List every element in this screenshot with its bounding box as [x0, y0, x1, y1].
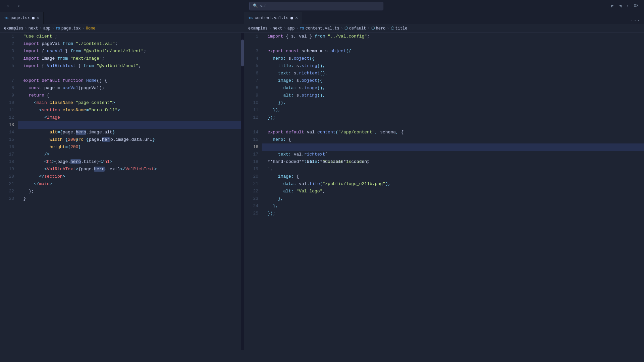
code-line: **hard-coded** but **editable** content — [262, 158, 644, 166]
right-code-content[interactable]: import { s, val } from "../val.config"; … — [261, 33, 644, 350]
left-code-content[interactable]: "use client"; import pageVal from "./con… — [17, 33, 241, 350]
breadcrumb-ts-label: TS — [56, 26, 60, 31]
code-line: </section> — [18, 173, 241, 180]
breadcrumb-ts-label-r: TS — [300, 26, 304, 31]
left-gutter: 1 2 3 4 5 7 8 9 10 11 12 13 14 15 16 17 … — [0, 33, 17, 350]
code-line: const page = useVal(pageVal); — [18, 84, 241, 92]
sep-r3: › — [296, 26, 298, 31]
search-icon: 🔍 — [253, 3, 258, 8]
sep1: › — [25, 26, 27, 31]
sep-r1: › — [269, 26, 271, 31]
code-line: data: val.file("/public/logo_e211b.png")… — [262, 180, 644, 188]
sep4: › — [82, 26, 84, 31]
code-line: import Image from "next/image"; — [18, 55, 241, 62]
left-pane: TS page.tsx × examples › next › app › TS… — [0, 12, 244, 350]
breadcrumb-pagetsx[interactable]: page.tsx — [61, 26, 81, 31]
code-line: }); — [262, 210, 644, 217]
code-line: export default val.content("/app/content… — [262, 129, 644, 136]
breadcrumb-app-r[interactable]: app — [287, 26, 295, 31]
code-line: <main className="page content"> — [18, 99, 241, 107]
breadcrumb-examples[interactable]: examples — [4, 26, 23, 31]
layout-btn-4[interactable]: 08 — [633, 3, 640, 9]
code-line: hero: s.object({ — [262, 55, 644, 62]
code-line: import pageVal from "./content.val"; — [18, 40, 241, 48]
right-pane: TS content.val.ts × ··· examples › next … — [244, 12, 644, 350]
breadcrumb-hero[interactable]: hero — [376, 26, 386, 31]
search-bar[interactable]: 🔍 val — [249, 2, 383, 10]
right-tab-ellipsis[interactable]: ··· — [630, 18, 640, 24]
breadcrumb-next[interactable]: next — [29, 26, 38, 31]
code-line: `, — [262, 166, 644, 173]
breadcrumb-default-icon: ⬡ — [344, 26, 348, 31]
code-line: alt={page.hero.image.alt} — [18, 129, 241, 136]
code-line: <h1>{page.hero.title}</h1> — [18, 158, 241, 166]
left-tab-close[interactable]: × — [37, 15, 39, 21]
search-input[interactable]: val — [260, 4, 267, 8]
left-scrollbar-thumb[interactable] — [241, 40, 244, 66]
breadcrumb-contentvalt[interactable]: content.val.ts — [306, 26, 339, 31]
breadcrumb-title-icon: ⬡ — [391, 26, 394, 31]
code-line: } — [18, 195, 241, 202]
breadcrumb-next-r[interactable]: next — [273, 26, 282, 31]
layout-btn-3[interactable]: ◦ — [625, 3, 630, 9]
code-line: text: val.richtext` — [262, 151, 644, 158]
code-line: alt: s.string(), — [262, 92, 644, 99]
title-bar-right: ◤ ◥ ◦ 08 — [610, 2, 640, 9]
code-line: text: s.richtext(), — [262, 70, 644, 77]
code-line: height={200} — [18, 143, 241, 151]
code-line: image: { — [262, 173, 644, 180]
breadcrumb-examples-r[interactable]: examples — [248, 26, 268, 31]
code-line: import { useVal } from "@valbuild/next/c… — [18, 48, 241, 55]
code-line — [262, 121, 644, 129]
code-line: <section className="hero full"> — [18, 107, 241, 114]
sep-r5: › — [367, 26, 370, 31]
code-line — [262, 40, 644, 48]
code-line: return ( — [18, 92, 241, 99]
code-line-highlighted: 💡 src={page.hero.image.data.url} — [18, 121, 241, 129]
title-bar-left: ‹ › — [4, 2, 23, 10]
code-line: <Image — [18, 114, 241, 121]
layout-btn-2[interactable]: ◥ — [618, 2, 623, 9]
code-line: /> — [18, 151, 241, 158]
layout-btn-1[interactable]: ◤ — [610, 2, 615, 9]
code-line: export const schema = s.object({ — [262, 48, 644, 55]
right-tab-close[interactable]: × — [295, 15, 298, 21]
forward-button[interactable]: › — [15, 2, 23, 10]
right-breadcrumb: examples › next › app › TS content.val.t… — [244, 24, 644, 33]
right-gutter: 1 3 4 5 6 7 8 9 10 11 12 14 15 16 17 18 … — [244, 33, 261, 350]
breadcrumb-hero-icon: ⬡ — [371, 26, 375, 31]
code-line: width={200} — [18, 136, 241, 143]
code-line: export default function Home() { — [18, 77, 241, 84]
left-tab-lang: TS — [4, 16, 8, 20]
right-tab-bar: TS content.val.ts × ··· — [244, 12, 644, 24]
code-line: <ValRichText>{page.hero.text}</ValRichTe… — [18, 166, 241, 173]
right-tab-lang: TS — [248, 16, 253, 20]
right-tab-content-val-ts[interactable]: TS content.val.ts × — [244, 12, 302, 24]
code-line: }), — [262, 99, 644, 107]
left-scrollbar[interactable] — [241, 33, 244, 350]
sep2: › — [40, 26, 42, 31]
code-line: }); — [262, 114, 644, 121]
left-tab-filename: page.tsx — [10, 16, 30, 20]
left-tab-page-tsx[interactable]: TS page.tsx × — [0, 12, 44, 24]
sep3: › — [52, 26, 54, 31]
back-button[interactable]: ‹ — [4, 2, 12, 10]
breadcrumb-home[interactable]: Home — [86, 26, 96, 31]
sep-r4: › — [341, 26, 343, 31]
left-tab-bar: TS page.tsx × — [0, 12, 244, 24]
code-line: alt: "Val logo", — [262, 188, 644, 195]
code-line: title: s.string(), — [262, 62, 644, 70]
breadcrumb-app[interactable]: app — [43, 26, 51, 31]
sep-r2: › — [284, 26, 286, 31]
sep-r6: › — [387, 26, 389, 31]
code-line: "use client"; — [18, 33, 241, 40]
code-line — [18, 70, 241, 77]
left-code-editor: 1 2 3 4 5 7 8 9 10 11 12 13 14 15 16 17 … — [0, 33, 244, 350]
code-line: </main> — [18, 180, 241, 188]
breadcrumb-default[interactable]: default — [349, 26, 366, 31]
code-line: import { ValRichText } from "@valbuild/n… — [18, 62, 241, 70]
breadcrumb-title[interactable]: title — [395, 26, 408, 31]
code-line: data: s.image(), — [262, 84, 644, 92]
right-tab-filename: content.val.ts — [255, 16, 288, 20]
left-tab-modified — [32, 17, 35, 19]
